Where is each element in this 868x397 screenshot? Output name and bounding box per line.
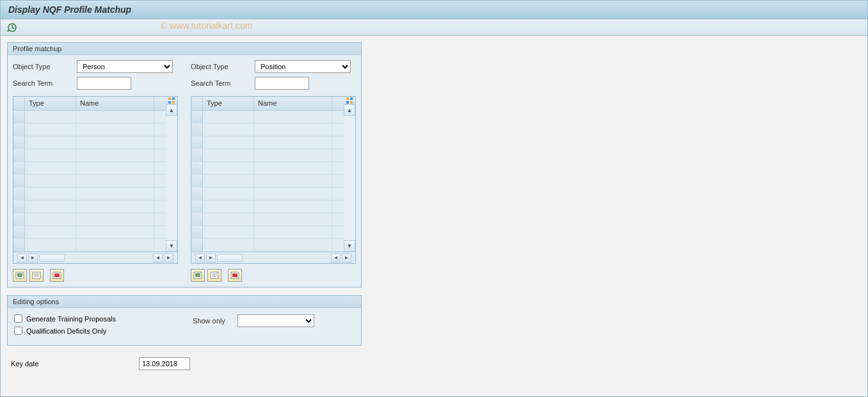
table-row[interactable]	[13, 111, 166, 124]
table-settings-icon[interactable]	[166, 97, 177, 104]
generate-training-checkbox[interactable]	[14, 314, 22, 323]
right-object-type-label: Object Type	[191, 63, 255, 70]
right-object-type-select[interactable]: Position	[255, 60, 351, 73]
execute-icon[interactable]	[7, 22, 17, 33]
svg-rect-6	[17, 273, 22, 275]
toolbar: © www.tutorialkart.com	[1, 19, 867, 36]
key-date-input[interactable]	[139, 357, 190, 370]
scroll-thumb[interactable]	[39, 254, 65, 262]
right-search-term-label: Search Term	[191, 79, 255, 87]
table-row[interactable]	[191, 162, 344, 175]
show-only-label: Show only	[193, 317, 237, 325]
generate-training-label: Generate Training Proposals	[26, 315, 116, 323]
key-date-label: Key date	[11, 360, 139, 368]
svg-rect-3	[168, 101, 171, 104]
table-header: Type Name	[13, 97, 166, 111]
col-type-header[interactable]: Type	[203, 97, 254, 110]
scroll-left-end-icon[interactable]: ◄	[331, 254, 341, 263]
table-row[interactable]	[13, 136, 166, 149]
scroll-up-icon[interactable]: ▲	[166, 104, 177, 116]
table-row[interactable]	[13, 124, 166, 136]
row-selector-header[interactable]	[13, 97, 25, 110]
table-row[interactable]	[13, 226, 166, 239]
svg-rect-13	[346, 97, 349, 100]
table-header: Type Name	[191, 97, 344, 111]
page-title: Display NQF Profile Matchup	[1, 1, 867, 19]
show-only-select[interactable]	[237, 314, 314, 327]
editing-options-group: Editing options Generate Training Propos…	[7, 295, 362, 346]
table-row[interactable]	[13, 213, 166, 226]
deselect-all-button[interactable]	[207, 269, 221, 282]
svg-rect-9	[34, 273, 39, 275]
table-row[interactable]	[191, 213, 344, 226]
row-selector-header[interactable]	[191, 97, 203, 110]
select-all-button[interactable]	[13, 269, 27, 282]
table-row[interactable]	[191, 188, 344, 200]
content-area: Profile matchup Object Type Person Searc…	[1, 36, 867, 380]
horizontal-scrollbar[interactable]: ◄ ► ◄ ►	[13, 252, 177, 263]
select-all-button[interactable]	[191, 269, 205, 282]
table-row[interactable]	[191, 175, 344, 188]
scroll-left-icon[interactable]: ◄	[17, 254, 27, 263]
vertical-scrollbar[interactable]: ▲ ▼	[344, 97, 355, 252]
svg-rect-19	[195, 275, 200, 277]
table-row[interactable]	[191, 200, 344, 213]
profile-matchup-header: Profile matchup	[8, 43, 361, 55]
scroll-right-icon[interactable]: ►	[28, 254, 38, 263]
scroll-down-icon[interactable]: ▼	[166, 240, 177, 252]
left-matchup-panel: Object Type Person Search Term	[13, 60, 178, 282]
svg-rect-10	[34, 275, 39, 277]
vertical-scrollbar[interactable]: ▲ ▼	[166, 97, 177, 252]
table-row[interactable]	[13, 200, 166, 213]
svg-rect-16	[350, 101, 353, 104]
right-table: Type Name	[191, 96, 356, 264]
table-row[interactable]	[191, 111, 344, 124]
sap-window: Display NQF Profile Matchup © www.tutori…	[0, 0, 868, 397]
table-row[interactable]	[13, 188, 166, 200]
profile-matchup-group: Profile matchup Object Type Person Searc…	[7, 42, 362, 288]
col-type-header[interactable]: Type	[25, 97, 76, 110]
left-object-type-select[interactable]: Person	[77, 60, 173, 73]
horizontal-scrollbar[interactable]: ◄ ► ◄ ►	[191, 252, 355, 263]
editing-options-header: Editing options	[8, 296, 361, 308]
table-settings-icon[interactable]	[344, 97, 355, 104]
svg-rect-1	[168, 97, 171, 100]
delete-button[interactable]	[50, 269, 64, 282]
table-row[interactable]	[13, 239, 166, 252]
scroll-right-end-icon[interactable]: ►	[164, 254, 173, 263]
right-matchup-panel: Object Type Position Search Term	[191, 60, 356, 282]
watermark-text: © www.tutorialkart.com	[161, 20, 252, 31]
left-object-type-label: Object Type	[13, 63, 77, 70]
delete-button[interactable]	[228, 269, 242, 282]
svg-rect-12	[54, 273, 60, 277]
table-row[interactable]	[191, 124, 344, 136]
scroll-down-icon[interactable]: ▼	[344, 240, 355, 252]
svg-rect-21	[212, 273, 217, 275]
scroll-right-icon[interactable]: ►	[206, 254, 216, 263]
svg-rect-22	[212, 275, 217, 277]
svg-rect-14	[350, 97, 353, 100]
svg-rect-18	[195, 273, 200, 275]
table-row[interactable]	[191, 149, 344, 162]
col-name-header[interactable]: Name	[76, 97, 154, 110]
right-search-term-input[interactable]	[255, 77, 309, 90]
svg-rect-15	[346, 101, 349, 104]
scroll-right-end-icon[interactable]: ►	[342, 254, 351, 263]
left-search-term-input[interactable]	[77, 77, 131, 90]
deselect-all-button[interactable]	[29, 269, 44, 282]
table-row[interactable]	[13, 149, 166, 162]
qualification-deficits-checkbox[interactable]	[14, 327, 22, 335]
scroll-left-icon[interactable]: ◄	[195, 254, 205, 263]
key-date-row: Key date	[7, 353, 362, 374]
qualification-deficits-label: Qualification Deficits Only	[26, 327, 106, 335]
table-row[interactable]	[13, 162, 166, 175]
scroll-left-end-icon[interactable]: ◄	[153, 254, 163, 263]
table-row[interactable]	[191, 136, 344, 149]
scroll-thumb[interactable]	[217, 254, 243, 262]
scroll-up-icon[interactable]: ▲	[344, 104, 355, 116]
svg-rect-7	[17, 275, 22, 277]
table-row[interactable]	[191, 226, 344, 239]
table-row[interactable]	[13, 175, 166, 188]
table-row[interactable]	[191, 239, 344, 252]
col-name-header[interactable]: Name	[254, 97, 332, 110]
